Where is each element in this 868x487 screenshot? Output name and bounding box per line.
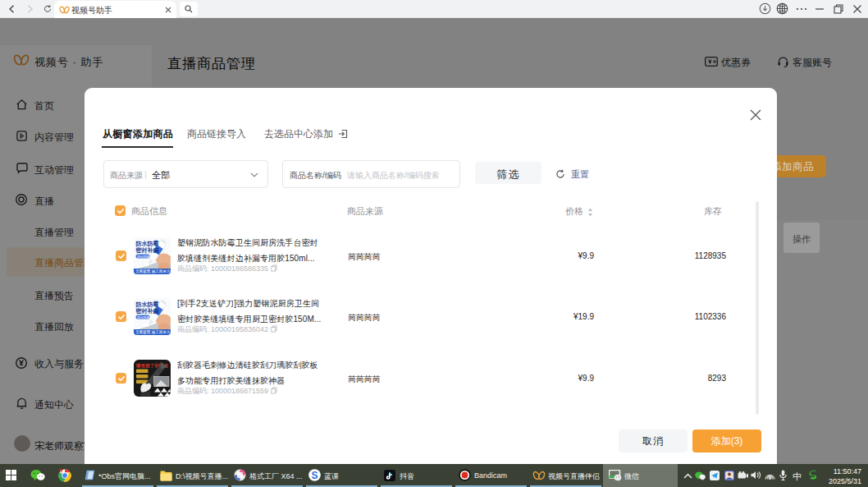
svg-text:S: S [311,470,318,481]
svg-text:防水防霉: 防水防霉 [136,240,159,247]
svg-text:无霉胶黑 施工简单方便: 无霉胶黑 施工简单方便 [135,329,171,335]
svg-text:密封补漏: 密封补漏 [136,246,159,254]
svg-text:防水防霉: 防水防霉 [136,301,159,308]
svg-text:密封补漏: 密封补漏 [136,307,159,315]
svg-text:防水防潮: 防水防潮 [138,315,150,319]
svg-text:无霉胶黑 施工简单方便: 无霉胶黑 施工简单方便 [135,269,171,274]
svg-text:防水防潮: 防水防潮 [138,255,150,259]
